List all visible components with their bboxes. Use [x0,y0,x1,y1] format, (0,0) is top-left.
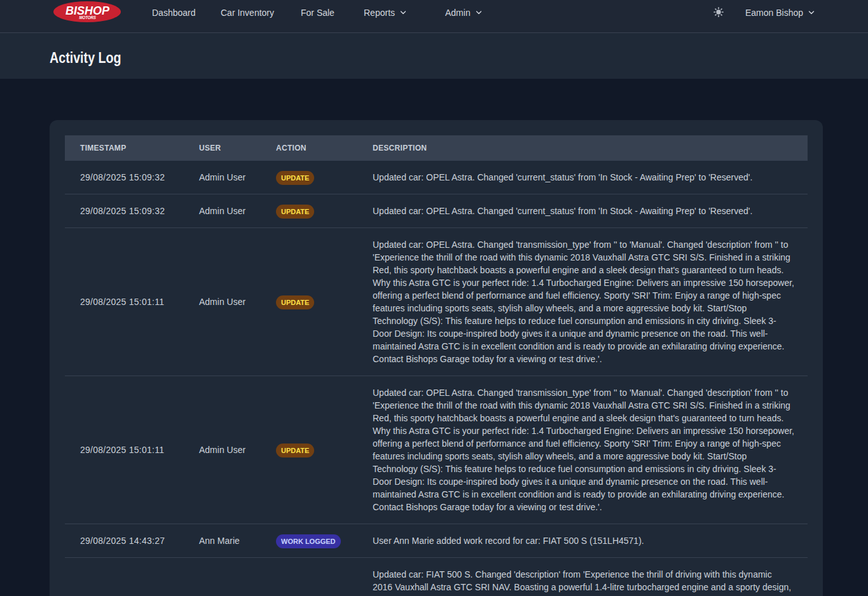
svg-text:MOTORS: MOTORS [79,15,96,20]
